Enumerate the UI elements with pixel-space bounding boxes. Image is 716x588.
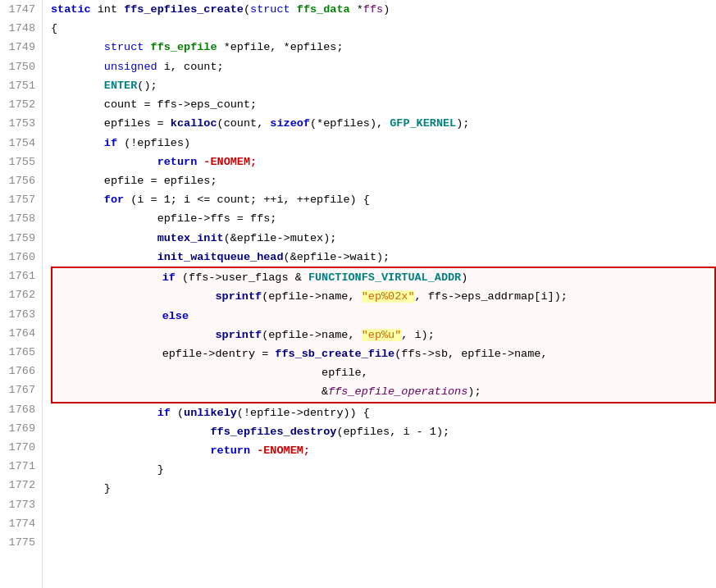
token bbox=[51, 444, 210, 457]
code-line: epfile = epfiles; bbox=[51, 171, 716, 190]
token: (); bbox=[137, 80, 157, 92]
token: ffs bbox=[363, 3, 383, 16]
line-number: 1763 bbox=[3, 305, 35, 324]
line-number: 1770 bbox=[3, 438, 35, 457]
code-line: ENTER(); bbox=[51, 76, 716, 95]
line-number: 1774 bbox=[3, 514, 35, 533]
token: i, count; bbox=[164, 61, 224, 73]
token: unsigned bbox=[104, 61, 164, 73]
code-line: struct ffs_epfile *epfile, *epfiles; bbox=[51, 38, 716, 57]
code-line: static int ffs_epfiles_create(struct ffs… bbox=[51, 0, 716, 19]
code-line: unsigned i, count; bbox=[51, 57, 716, 76]
line-numbers: 1747174817491750175117521753175417551756… bbox=[0, 0, 43, 588]
token: ffs_sb_create_file bbox=[275, 348, 394, 360]
token bbox=[56, 271, 162, 284]
token: sprintf bbox=[215, 329, 262, 341]
code-line: } bbox=[51, 479, 716, 498]
token: FUNCTIONFS_VIRTUAL_ADDR bbox=[308, 271, 461, 284]
token: if bbox=[162, 271, 182, 284]
code-line: sprintf(epfile->name, "ep%u", i); bbox=[51, 326, 716, 344]
line-number: 1752 bbox=[3, 95, 35, 114]
token bbox=[51, 463, 157, 476]
code-line: for (i = 1; i <= count; ++i, ++epfile) { bbox=[51, 190, 716, 209]
line-number: 1771 bbox=[3, 457, 35, 476]
line-number: 1753 bbox=[3, 114, 35, 133]
token: ) bbox=[383, 3, 390, 16]
token bbox=[56, 329, 215, 341]
token: epfile->ffs = ffs; bbox=[157, 212, 277, 225]
line-number: 1750 bbox=[3, 57, 35, 76]
token: GFP_KERNEL bbox=[390, 117, 456, 130]
token bbox=[51, 426, 210, 438]
code-area: static int ffs_epfiles_create(struct ffs… bbox=[43, 0, 716, 588]
token: (!epfile->dentry)) { bbox=[237, 407, 370, 419]
token: (ffs->user_flags & bbox=[182, 271, 308, 284]
token: "ep%u" bbox=[362, 329, 402, 341]
token: , ffs->eps_addrmap[i]); bbox=[415, 290, 568, 303]
code-line: &ffs_epfile_operations); bbox=[51, 382, 716, 403]
token: ffs_epfiles_destroy bbox=[210, 426, 336, 438]
code-line: return -ENOMEM; bbox=[51, 153, 716, 171]
line-number: 1760 bbox=[3, 248, 35, 267]
line-number: 1761 bbox=[3, 267, 35, 285]
token: epfile = epfiles; bbox=[104, 175, 217, 187]
line-number: 1749 bbox=[3, 38, 35, 57]
token: if bbox=[104, 137, 124, 149]
line-number: 1767 bbox=[3, 381, 35, 399]
line-number: 1768 bbox=[3, 400, 35, 419]
line-number: 1757 bbox=[3, 190, 35, 209]
token: (epfile->name, bbox=[262, 290, 362, 303]
token: (ffs->sb, epfile->name, bbox=[394, 348, 547, 360]
token bbox=[51, 407, 157, 419]
token: ); bbox=[467, 385, 481, 398]
code-container: 1747174817491750175117521753175417551756… bbox=[0, 0, 716, 588]
code-line: mutex_init(&epfile->mutex); bbox=[51, 229, 716, 248]
line-number: 1766 bbox=[3, 362, 35, 381]
token bbox=[51, 212, 157, 225]
token: count = ffs->eps_count; bbox=[104, 98, 257, 111]
token: -ENOMEM; bbox=[257, 444, 310, 457]
line-number: 1764 bbox=[3, 324, 35, 343]
line-number: 1748 bbox=[3, 19, 35, 38]
code-line: count = ffs->eps_count; bbox=[51, 95, 716, 114]
token: init_waitqueue_head bbox=[157, 251, 284, 263]
token: (count, bbox=[217, 117, 271, 130]
token: -ENOMEM; bbox=[203, 156, 257, 168]
token: (epfile->name, bbox=[262, 329, 362, 341]
token bbox=[56, 348, 162, 360]
token bbox=[51, 482, 104, 495]
token: epfiles = bbox=[104, 117, 171, 130]
token: return bbox=[210, 444, 257, 457]
token: struct bbox=[250, 3, 297, 16]
token: (!epfiles) bbox=[124, 137, 190, 149]
code-line: return -ENOMEM; bbox=[51, 441, 716, 460]
line-number: 1769 bbox=[3, 419, 35, 438]
token: if bbox=[157, 407, 177, 419]
token bbox=[51, 194, 104, 206]
token: & bbox=[322, 385, 328, 398]
line-number: 1759 bbox=[3, 229, 35, 248]
code-line: epfile->dentry = ffs_sb_create_file(ffs-… bbox=[51, 344, 716, 363]
line-number: 1747 bbox=[3, 0, 35, 19]
token: sprintf bbox=[215, 290, 262, 303]
token: * bbox=[357, 3, 363, 16]
code-line: if (unlikely(!epfile->dentry)) { bbox=[51, 403, 716, 422]
line-number: 1773 bbox=[3, 495, 35, 514]
code-line: init_waitqueue_head(&epfile->wait); bbox=[51, 248, 716, 267]
token: ENTER bbox=[104, 80, 138, 92]
token: ffs_epfile_operations bbox=[328, 385, 467, 398]
line-number: 1772 bbox=[3, 476, 35, 495]
token bbox=[51, 232, 157, 244]
token bbox=[51, 80, 104, 92]
token: { bbox=[51, 22, 57, 34]
token: kcalloc bbox=[171, 117, 217, 130]
token: epfile, bbox=[322, 367, 368, 379]
token: ffs_epfiles_create bbox=[124, 3, 244, 16]
code-line: { bbox=[51, 19, 716, 38]
token: (i = 1; i <= count; ++i, ++epfile) { bbox=[130, 194, 370, 206]
token: static bbox=[51, 3, 98, 16]
token: struct bbox=[104, 41, 151, 53]
token: return bbox=[157, 156, 204, 168]
code-line: else bbox=[51, 307, 716, 326]
line-number: 1765 bbox=[3, 343, 35, 362]
